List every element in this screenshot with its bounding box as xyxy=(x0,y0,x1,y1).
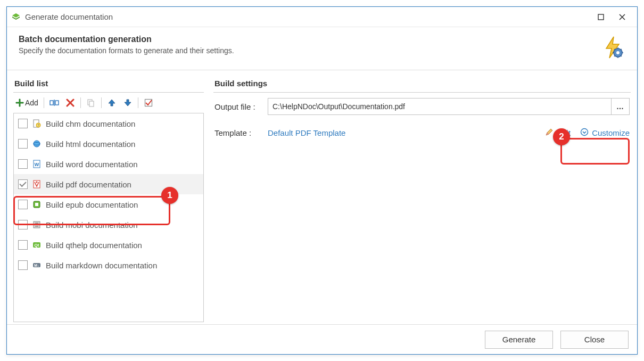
build-item-label: Build chm documentation xyxy=(46,119,135,128)
add-label: Add xyxy=(25,99,38,107)
duplicate-button[interactable] xyxy=(84,96,98,110)
checkbox[interactable] xyxy=(18,200,28,209)
build-item-label: Build word documentation xyxy=(46,160,138,169)
checkbox[interactable] xyxy=(18,139,28,149)
svg-point-36 xyxy=(581,129,588,136)
lightning-gear-icon xyxy=(600,35,625,60)
build-list-item[interactable]: QtBuild qthelp documentation xyxy=(14,235,203,255)
format-icon xyxy=(32,200,42,209)
build-list-item[interactable]: Build mobi documentation xyxy=(14,215,203,235)
add-button[interactable]: Add xyxy=(13,96,40,110)
svg-rect-15 xyxy=(89,101,94,106)
format-icon: Qt xyxy=(32,240,42,250)
build-item-label: Build markdown documentation xyxy=(46,261,157,270)
checkbox[interactable] xyxy=(18,220,28,229)
titlebar: Generate documentation xyxy=(7,7,637,27)
close-dialog-button[interactable]: Close xyxy=(560,331,629,349)
build-item-label: Build mobi documentation xyxy=(46,220,138,229)
close-button[interactable] xyxy=(612,9,633,25)
checkbox[interactable] xyxy=(18,159,28,169)
toggle-all-button[interactable] xyxy=(142,96,155,110)
svg-rect-12 xyxy=(55,101,59,105)
svg-point-2 xyxy=(616,51,620,54)
app-icon xyxy=(11,12,21,22)
window-title: Generate documentation xyxy=(25,12,113,21)
format-icon: W xyxy=(32,159,42,169)
svg-text:?: ? xyxy=(37,124,39,127)
move-up-button[interactable] xyxy=(105,96,119,110)
build-list[interactable]: ?Build chm documentationBuild html docum… xyxy=(13,113,204,322)
chevron-down-circle-icon xyxy=(580,128,589,138)
build-item-label: Build epub documentation xyxy=(46,200,138,209)
dialog-footer: Generate Close xyxy=(7,324,637,354)
svg-rect-0 xyxy=(598,14,604,20)
customize-label: Customize xyxy=(592,128,630,137)
maximize-button[interactable] xyxy=(590,9,612,25)
build-list-item[interactable]: Build html documentation xyxy=(14,134,203,154)
svg-point-25 xyxy=(36,182,38,183)
svg-point-20 xyxy=(34,141,40,147)
rename-button[interactable] xyxy=(47,96,61,110)
build-list-toolbar: Add xyxy=(13,95,204,113)
output-file-field: … xyxy=(268,98,630,115)
annotation-badge-2: 2 xyxy=(553,128,570,145)
build-item-label: Build qthelp documentation xyxy=(46,241,142,250)
build-item-label: Build pdf documentation xyxy=(46,180,131,189)
checkbox[interactable] xyxy=(18,260,28,270)
header-subtitle: Specify the documentation formats to gen… xyxy=(19,46,600,55)
svg-text:W: W xyxy=(35,162,39,167)
move-down-button[interactable] xyxy=(121,96,135,110)
checkbox[interactable] xyxy=(18,179,28,189)
checkbox[interactable] xyxy=(18,240,28,250)
dialog-body: Build list Add xyxy=(7,70,637,324)
browse-button[interactable]: … xyxy=(611,99,629,114)
header-title: Batch documentation generation xyxy=(19,35,600,44)
svg-text:Qt: Qt xyxy=(35,243,39,248)
toolbar-separator xyxy=(44,97,44,108)
format-icon xyxy=(32,179,42,189)
output-file-input[interactable] xyxy=(268,99,611,114)
delete-button[interactable] xyxy=(63,96,77,110)
customize-template-button[interactable]: Customize xyxy=(580,128,630,138)
svg-rect-11 xyxy=(50,101,53,105)
toolbar-separator xyxy=(80,97,81,108)
output-file-label: Output file : xyxy=(214,102,262,111)
output-file-row: Output file : … xyxy=(213,95,631,118)
checkbox[interactable] xyxy=(18,119,28,128)
template-name-link[interactable]: Default PDF Template xyxy=(268,128,345,137)
template-label: Template : xyxy=(214,128,262,137)
format-icon: ? xyxy=(32,119,42,128)
separator xyxy=(13,92,204,93)
svg-rect-27 xyxy=(35,203,38,206)
svg-text:M↓: M↓ xyxy=(34,264,39,267)
dialog-header: Batch documentation generation Specify t… xyxy=(7,27,637,70)
annotation-badge-1: 1 xyxy=(161,187,178,204)
toolbar-separator xyxy=(101,97,102,108)
format-icon xyxy=(32,139,42,149)
pencil-icon xyxy=(545,128,554,138)
build-list-item[interactable]: WBuild word documentation xyxy=(14,154,203,174)
build-item-label: Build html documentation xyxy=(46,140,135,149)
dialog-window: Generate documentation Batch documentati… xyxy=(6,6,638,355)
format-icon: M↓ xyxy=(32,260,42,270)
format-icon xyxy=(32,220,42,229)
build-list-title: Build list xyxy=(13,77,204,92)
separator xyxy=(213,92,631,93)
build-list-item[interactable]: M↓Build markdown documentation xyxy=(14,255,203,275)
build-list-item[interactable]: ?Build chm documentation xyxy=(14,113,203,134)
generate-button[interactable]: Generate xyxy=(485,331,553,349)
toolbar-separator xyxy=(138,97,138,108)
build-settings-panel: Build settings Output file : … Template … xyxy=(213,77,631,322)
build-settings-title: Build settings xyxy=(213,77,631,92)
